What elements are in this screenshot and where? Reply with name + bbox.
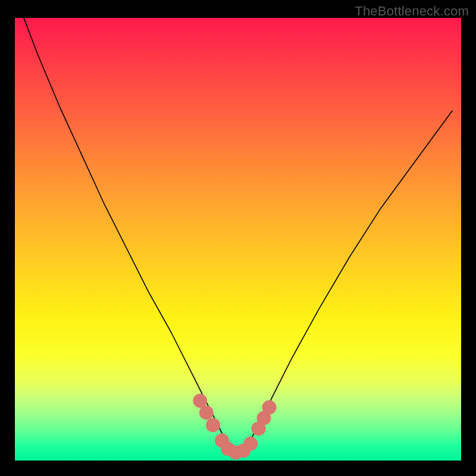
highlight-dot: [243, 437, 258, 451]
chart-svg: [15, 18, 461, 461]
highlight-dot: [262, 400, 277, 415]
series-group: [24, 18, 452, 452]
curve-bottleneck-curve: [24, 18, 452, 452]
chart-frame: TheBottleneck.com: [0, 0, 476, 476]
highlight-dot: [193, 394, 207, 408]
marker-group: [193, 394, 276, 460]
watermark-text: TheBottleneck.com: [355, 4, 469, 19]
highlight-dot: [199, 406, 214, 420]
highlight-dot: [206, 418, 220, 433]
plot-area: [15, 18, 461, 461]
